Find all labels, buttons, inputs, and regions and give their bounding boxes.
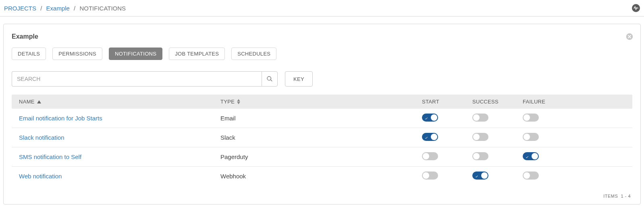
tab-notifications[interactable]: NOTIFICATIONS — [109, 48, 162, 60]
breadcrumb-project-link[interactable]: Example — [46, 5, 70, 12]
key-button[interactable]: KEY — [285, 71, 313, 87]
cell-failure — [523, 172, 625, 181]
toggle-start[interactable] — [422, 152, 438, 160]
toggle-success[interactable] — [472, 172, 488, 180]
column-failure-label: FAILURE — [523, 99, 545, 105]
column-success: SUCCESS — [472, 99, 523, 105]
cell-start — [422, 172, 472, 181]
check-icon — [424, 115, 428, 119]
tab-permissions[interactable]: PERMISSIONS — [52, 48, 102, 60]
cell-failure — [523, 152, 625, 161]
cell-failure — [523, 133, 625, 142]
table-row: Slack notificationSlack — [12, 128, 632, 147]
search-group — [12, 71, 278, 87]
activity-stream-icon[interactable] — [632, 4, 640, 12]
cell-success — [472, 152, 523, 161]
cell-start — [422, 152, 472, 161]
check-icon — [525, 154, 529, 158]
notification-type: Pagerduty — [220, 153, 422, 160]
toggle-success[interactable] — [472, 114, 488, 122]
cell-start — [422, 114, 472, 123]
top-bar: PROJECTS / Example / NOTIFICATIONS — [0, 0, 644, 17]
items-footer: ITEMS 1 - 4 — [12, 194, 632, 198]
tabs: DETAILSPERMISSIONSNOTIFICATIONSJOB TEMPL… — [12, 48, 632, 60]
cell-success — [472, 133, 523, 142]
notification-name-link[interactable]: Email notification for Job Starts — [19, 115, 102, 122]
notifications-table: NAME TYPE START SUCCESS FAILURE Email no… — [12, 95, 632, 186]
check-icon — [475, 173, 479, 177]
table-row: SMS notification to SelfPagerduty — [12, 147, 632, 167]
items-range: 1 - 4 — [621, 194, 631, 198]
breadcrumb-current: NOTIFICATIONS — [79, 5, 126, 12]
column-start: START — [422, 99, 472, 105]
notification-name-link[interactable]: Web notification — [19, 173, 62, 180]
table-body: Email notification for Job StartsEmailSl… — [12, 109, 632, 186]
notification-type: Webhook — [220, 173, 422, 180]
search-row: KEY — [12, 71, 632, 87]
tab-schedules[interactable]: SCHEDULES — [231, 48, 276, 60]
breadcrumb-projects-link[interactable]: PROJECTS — [4, 5, 36, 12]
toggle-failure[interactable] — [523, 152, 539, 160]
notification-type: Slack — [220, 134, 422, 141]
column-start-label: START — [422, 99, 439, 105]
tab-job-templates[interactable]: JOB TEMPLATES — [169, 48, 225, 60]
breadcrumb-separator: / — [40, 5, 42, 12]
toggle-success[interactable] — [472, 152, 488, 160]
search-icon[interactable] — [262, 71, 278, 87]
column-success-label: SUCCESS — [472, 99, 499, 105]
tab-details[interactable]: DETAILS — [12, 48, 46, 60]
toggle-start[interactable] — [422, 114, 438, 122]
column-type-label: TYPE — [220, 99, 235, 105]
notifications-card: Example DETAILSPERMISSIONSNOTIFICATIONSJ… — [3, 24, 641, 205]
column-name-label: NAME — [19, 99, 35, 105]
toggle-start[interactable] — [422, 172, 438, 180]
table-row: Email notification for Job StartsEmail — [12, 109, 632, 128]
notification-type: Email — [220, 115, 422, 122]
cell-start — [422, 133, 472, 142]
cell-success — [472, 114, 523, 123]
notification-name-link[interactable]: SMS notification to Self — [19, 153, 81, 160]
table-row: Web notificationWebhook — [12, 167, 632, 186]
breadcrumb: PROJECTS / Example / NOTIFICATIONS — [4, 5, 126, 12]
breadcrumb-separator: / — [74, 5, 75, 12]
cell-success — [472, 172, 523, 181]
search-input[interactable] — [12, 71, 262, 87]
cell-failure — [523, 114, 625, 123]
toggle-success[interactable] — [472, 133, 488, 141]
toggle-failure[interactable] — [523, 114, 539, 122]
items-label: ITEMS — [603, 194, 618, 198]
page-title: Example — [12, 33, 632, 40]
column-failure: FAILURE — [523, 99, 625, 105]
sort-icon — [237, 99, 240, 104]
column-type[interactable]: TYPE — [220, 99, 422, 105]
notification-name-link[interactable]: Slack notification — [19, 134, 64, 141]
caret-up-icon — [37, 100, 41, 103]
close-icon[interactable] — [626, 33, 633, 42]
check-icon — [424, 134, 428, 138]
table-header: NAME TYPE START SUCCESS FAILURE — [12, 95, 632, 109]
toggle-start[interactable] — [422, 133, 438, 141]
column-name[interactable]: NAME — [19, 99, 220, 105]
toggle-failure[interactable] — [523, 133, 539, 141]
toggle-failure[interactable] — [523, 172, 539, 180]
